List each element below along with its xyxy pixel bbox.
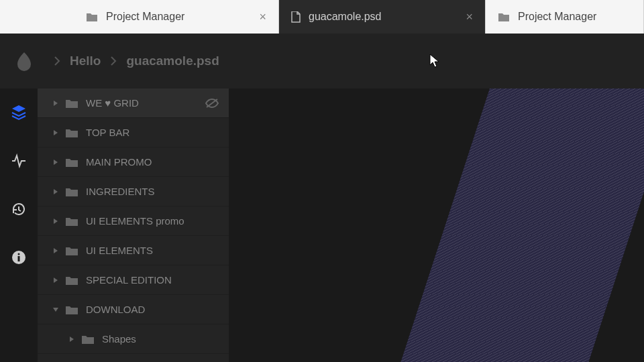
chevron-right-icon [110,56,117,66]
layer-panel: WE ♥ GRID TOP BAR MAIN PROMO INGREDIENTS… [38,88,229,362]
chevron-right-icon [54,56,60,66]
tab-label: guacamole.psd [309,11,382,23]
layers-icon[interactable] [0,98,38,127]
history-icon[interactable] [0,194,38,224]
caret-right-icon[interactable] [51,247,60,254]
layer-label: WE ♥ GRID [86,97,139,109]
info-icon[interactable] [0,243,38,272]
tab-label: Project Manager [518,11,596,23]
layer-label: INGREDIENTS [86,186,155,197]
layer-label: DOWNLOAD [86,304,145,315]
close-icon[interactable]: × [232,10,266,24]
layer-row[interactable]: Shapes [38,324,229,354]
tool-rail [0,88,38,362]
folder-icon [82,335,94,344]
layer-label: UI ELEMENTS promo [86,215,184,227]
main-area: WE ♥ GRID TOP BAR MAIN PROMO INGREDIENTS… [0,88,644,362]
layer-row[interactable]: SPECIAL EDITION [38,265,229,295]
folder-icon [498,12,510,22]
svg-rect-2 [18,256,20,261]
caret-down-icon[interactable] [51,307,60,312]
caret-right-icon[interactable] [51,277,60,284]
svg-point-1 [18,253,20,255]
folder-icon [66,158,78,167]
layer-row[interactable]: UI ELEMENTS [38,236,229,265]
layer-row[interactable]: MAIN PROMO [38,147,229,177]
layer-row[interactable]: WE ♥ GRID [38,88,229,118]
breadcrumb: Hello guacamole.psd [0,34,644,88]
layer-label: TOP BAR [86,127,129,138]
canvas-artwork [372,88,644,362]
file-icon [291,11,301,23]
caret-right-icon[interactable] [51,100,60,107]
folder-icon [66,276,78,285]
tab-guacamole[interactable]: guacamole.psd × [279,0,486,34]
tab-project-manager-2[interactable]: Project Manager [486,0,644,34]
close-icon[interactable]: × [439,10,473,24]
layer-row[interactable]: UI ELEMENTS promo [38,206,229,236]
breadcrumb-root[interactable]: Hello [70,54,101,68]
breadcrumb-file[interactable]: guacamole.psd [126,54,219,68]
avocode-logo-icon[interactable] [16,51,32,71]
folder-icon [66,217,78,226]
caret-right-icon[interactable] [51,188,60,195]
caret-right-icon[interactable] [51,159,60,166]
caret-right-icon[interactable] [51,129,60,136]
layer-label: Shapes [102,333,136,345]
folder-icon [66,128,78,137]
visibility-off-icon[interactable] [205,98,219,109]
layer-label: SPECIAL EDITION [86,274,172,286]
layer-label: UI ELEMENTS [86,245,153,256]
tab-spacer [0,0,74,34]
layer-label: MAIN PROMO [86,156,152,168]
layer-row[interactable]: DOWNLOAD [38,295,229,324]
folder-icon [86,12,98,22]
tab-project-manager-1[interactable]: Project Manager × [74,0,279,34]
layer-row[interactable]: TOP BAR [38,118,229,147]
layer-row[interactable]: INGREDIENTS [38,177,229,206]
folder-icon [66,246,78,255]
activity-icon[interactable] [0,146,38,176]
canvas-viewport[interactable] [229,88,644,362]
folder-icon [66,187,78,196]
caret-right-icon[interactable] [51,218,60,225]
folder-icon [66,305,78,314]
folder-icon [66,99,78,108]
tab-bar: Project Manager × guacamole.psd × Projec… [0,0,644,34]
tab-label: Project Manager [106,11,184,23]
caret-right-icon[interactable] [67,336,76,343]
